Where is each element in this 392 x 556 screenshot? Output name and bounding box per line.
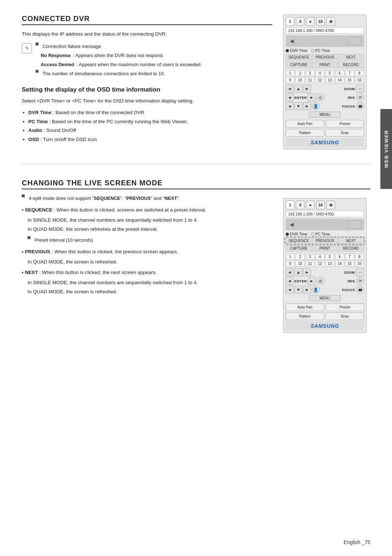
- ch-14-top[interactable]: 14: [335, 77, 344, 83]
- ch-16-top[interactable]: 16: [355, 77, 364, 83]
- nav-previous-top[interactable]: PREVIOUS: [312, 55, 338, 60]
- ch-btn-circle-bot[interactable]: ●: [306, 201, 315, 209]
- nav-next-bot[interactable]: NEXT: [338, 238, 364, 243]
- ch-8-bot[interactable]: 8: [355, 254, 364, 260]
- ch-btn-1-bot[interactable]: 1: [286, 201, 294, 209]
- ch-11-top[interactable]: 11: [306, 77, 315, 83]
- pc-time-radio-top[interactable]: PC Time: [311, 48, 330, 53]
- ch-btn-16-bot[interactable]: 16: [316, 201, 325, 209]
- nav-sequence-top[interactable]: SEQUENCE: [286, 55, 312, 60]
- focus-btn-bot[interactable]: 🏔: [356, 286, 364, 294]
- dvr-back-icon[interactable]: ◄: [289, 37, 295, 45]
- ch-10-bot[interactable]: 10: [295, 261, 305, 267]
- ctrl-down-top[interactable]: ▼: [294, 102, 302, 110]
- ctrl-enter-left-top[interactable]: ◄: [286, 93, 294, 101]
- ch-btn-4-bot[interactable]: 4: [296, 201, 305, 209]
- changing-title: CHANGING THE LIVE SCREEN MODE: [22, 179, 370, 189]
- ctrl-left-bot[interactable]: ◄: [286, 268, 294, 276]
- ch-9-top[interactable]: 9: [286, 77, 295, 83]
- ch-7-top[interactable]: 7: [345, 70, 354, 76]
- ctrl-joy-bot[interactable]: ◎: [317, 277, 324, 285]
- menu-btn-top[interactable]: MENU: [309, 112, 340, 118]
- changing-section: CHANGING THE LIVE SCREEN MODE 4-split mo…: [22, 179, 370, 333]
- ch-12-top[interactable]: 12: [315, 77, 324, 83]
- ch-5-bot[interactable]: 5: [325, 254, 334, 260]
- ch-13-bot[interactable]: 13: [325, 261, 334, 267]
- dvr-back-icon-bot[interactable]: ◄: [289, 221, 295, 229]
- ch-6-top[interactable]: 6: [335, 70, 344, 76]
- zoom-out-top[interactable]: −: [356, 85, 364, 93]
- ch-2-top[interactable]: 2: [295, 70, 305, 76]
- ch-4-top[interactable]: 4: [315, 70, 324, 76]
- ch-btn-refresh[interactable]: ⊕: [326, 17, 335, 26]
- ctrl-person-top[interactable]: 👤: [312, 102, 320, 110]
- ctrl-up-top[interactable]: ▲: [294, 85, 302, 93]
- ctrl-up-bot[interactable]: ▲: [294, 268, 302, 276]
- ch-2-bot[interactable]: 2: [295, 254, 305, 260]
- ch-7-bot[interactable]: 7: [345, 254, 354, 260]
- ctrl-joy-top[interactable]: ◎: [317, 93, 324, 101]
- iris-btn-bot[interactable]: ⟳: [356, 277, 364, 285]
- pattern-btn-bot[interactable]: Pattern: [286, 313, 324, 320]
- ch-btn-1[interactable]: 1: [286, 17, 294, 26]
- autopan-btn-top[interactable]: Auto Pan: [286, 120, 324, 128]
- dvr-grid-icon[interactable]: [348, 37, 361, 45]
- pc-time-radio-bot[interactable]: PC Time: [311, 232, 330, 236]
- autopan-btn-bot[interactable]: Auto Pan: [286, 303, 324, 311]
- dvr-grid-icon-bot[interactable]: [348, 221, 361, 229]
- nav-sequence-bot[interactable]: SEQUENCE: [286, 238, 312, 243]
- ch-12-bot[interactable]: 12: [315, 261, 324, 267]
- action-capture-top[interactable]: CAPTURE: [286, 62, 312, 68]
- action-record-top[interactable]: RECORD: [338, 62, 364, 68]
- ctrl-down-bot[interactable]: ▼: [294, 286, 302, 294]
- ch-btn-16[interactable]: 16: [316, 17, 325, 26]
- action-record-bot[interactable]: RECORD: [338, 246, 364, 251]
- ctrl-bl-bot[interactable]: ◄: [286, 286, 294, 294]
- ctrl-enter-right-bot[interactable]: ►: [308, 277, 316, 285]
- ch-4-bot[interactable]: 4: [315, 254, 324, 260]
- menu-btn-bot[interactable]: MENU: [309, 295, 340, 301]
- ctrl-br-top[interactable]: ►: [303, 102, 311, 110]
- dvr-time-radio-bot[interactable]: DVR Time: [286, 232, 307, 236]
- ctrl-enter-right-top[interactable]: ►: [308, 93, 316, 101]
- preset-btn-bot[interactable]: Preset: [326, 303, 364, 311]
- pattern-btn-top[interactable]: Pattern: [286, 129, 324, 137]
- nav-previous-bot[interactable]: PREVIOUS: [312, 238, 338, 243]
- ch-16-bot[interactable]: 16: [355, 261, 364, 267]
- ch-15-top[interactable]: 15: [345, 77, 354, 83]
- ch-btn-circle[interactable]: ●: [306, 17, 315, 26]
- ch-15-bot[interactable]: 15: [345, 261, 354, 267]
- ctrl-person-bot[interactable]: 👤: [312, 286, 320, 294]
- action-print-top[interactable]: PRINT: [312, 62, 338, 68]
- ch-13-top[interactable]: 13: [325, 77, 334, 83]
- ch-10-top[interactable]: 10: [295, 77, 305, 83]
- ctrl-right-top[interactable]: ►: [303, 85, 311, 93]
- scan-btn-top[interactable]: Scan: [326, 129, 364, 137]
- ch-1-bot[interactable]: 1: [286, 254, 295, 260]
- action-capture-bot[interactable]: CAPTURE: [286, 246, 312, 251]
- ch-1-top[interactable]: 1: [286, 70, 295, 76]
- ch-3-top[interactable]: 3: [306, 70, 315, 76]
- ch-btn-4[interactable]: 4: [296, 17, 305, 26]
- zoom-out-bot[interactable]: −: [356, 268, 364, 276]
- ch-8-top[interactable]: 8: [355, 70, 364, 76]
- ctrl-enter-left-bot[interactable]: ◄: [286, 277, 294, 285]
- nav-next-top[interactable]: NEXT: [338, 55, 364, 60]
- ctrl-right-bot[interactable]: ►: [303, 268, 311, 276]
- ch-btn-refresh-bot[interactable]: ⊕: [326, 201, 335, 209]
- ctrl-left-top[interactable]: ◄: [286, 85, 294, 93]
- scan-btn-bot[interactable]: Scan: [326, 313, 364, 320]
- ctrl-bl-top[interactable]: ◄: [286, 102, 294, 110]
- ch-11-bot[interactable]: 11: [306, 261, 315, 267]
- ch-5-top[interactable]: 5: [325, 70, 334, 76]
- action-print-bot[interactable]: PRINT: [312, 246, 338, 251]
- ch-9-bot[interactable]: 9: [286, 261, 295, 267]
- ch-3-bot[interactable]: 3: [306, 254, 315, 260]
- ch-14-bot[interactable]: 14: [335, 261, 344, 267]
- preset-btn-top[interactable]: Preset: [326, 120, 364, 128]
- iris-btn-top[interactable]: ⟳: [356, 93, 364, 101]
- dvr-time-radio-top[interactable]: DVR Time: [286, 48, 307, 53]
- focus-btn-top[interactable]: 🏔: [356, 102, 364, 110]
- ch-6-bot[interactable]: 6: [335, 254, 344, 260]
- ctrl-br-bot[interactable]: ►: [303, 286, 311, 294]
